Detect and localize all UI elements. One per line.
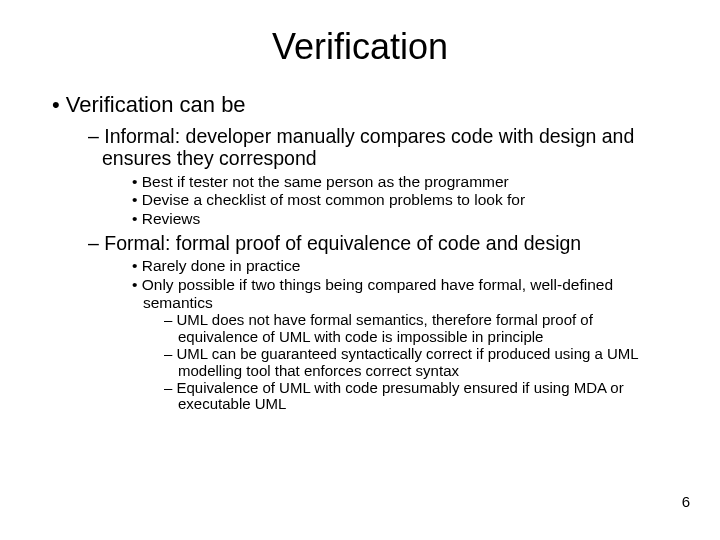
bullet-l2: Informal: developer manually compares co… — [88, 126, 672, 170]
bullet-l4: Equivalence of UML with code presumably … — [164, 380, 672, 414]
bullet-l3: Devise a checklist of most common proble… — [132, 191, 672, 209]
page-number: 6 — [682, 493, 690, 510]
bullet-l4: UML can be guaranteed syntactically corr… — [164, 346, 672, 380]
bullet-l2: Formal: formal proof of equivalence of c… — [88, 233, 672, 255]
bullet-l3: Rarely done in practice — [132, 257, 672, 275]
bullet-l1: Verification can be — [52, 92, 672, 118]
slide-title: Verification — [48, 26, 672, 68]
bullet-l3: Best if tester not the same person as th… — [132, 173, 672, 191]
bullet-l3: Reviews — [132, 210, 672, 228]
bullet-l4: UML does not have formal semantics, ther… — [164, 312, 672, 346]
bullet-l3: Only possible if two things being compar… — [132, 276, 672, 311]
